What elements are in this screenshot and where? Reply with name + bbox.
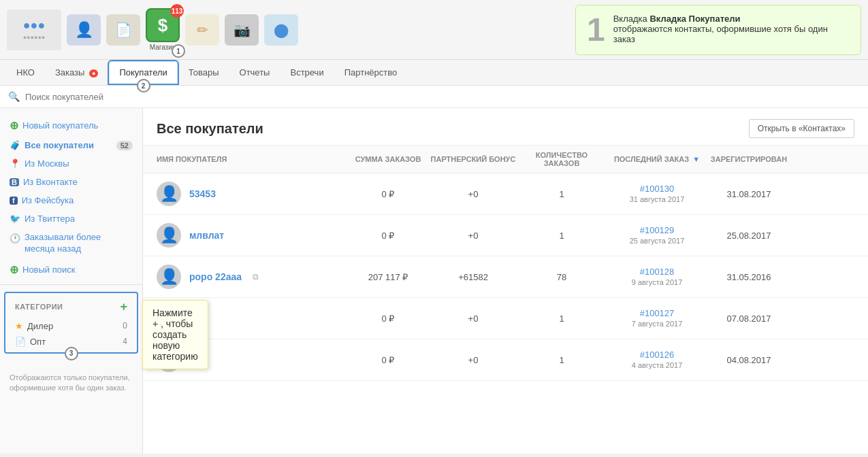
- new-search-item[interactable]: ⊕ Новый поиск: [0, 259, 142, 280]
- table-row: 👤 млвлат 0 ₽ +0 1 #100129 25 августа 201…: [143, 215, 868, 256]
- nav-item-goods[interactable]: Товары: [179, 62, 229, 83]
- main-layout: ⊕ Новый покупатель 🧳 Все покупатели 52 📍…: [0, 108, 868, 454]
- new-search-icon: ⊕: [10, 263, 18, 276]
- order-count: 1: [517, 314, 606, 324]
- order-sum: 0 ₽: [347, 355, 429, 365]
- reg-date: 31.05.2016: [708, 272, 790, 282]
- help-box: 1 Вкладка Вкладка Покупатели отображаютс…: [575, 5, 861, 55]
- all-buyers-count: 52: [116, 141, 133, 150]
- search-bar: 🔍: [0, 86, 868, 108]
- open-contacts-btn[interactable]: Открыть в «Контактах»: [749, 119, 854, 138]
- order-count: 1: [517, 355, 606, 365]
- order-date: 4 августа 2017: [632, 361, 683, 369]
- partner-bonus: +0: [429, 314, 517, 324]
- nav-item-partnership[interactable]: Партнёрство: [335, 62, 407, 83]
- sidebar-footer: Отображаются только покупатели, оформивш…: [0, 367, 142, 399]
- order-count: 1: [517, 189, 606, 199]
- vk-icon: В: [10, 178, 19, 186]
- order-sum: 207 117 ₽: [347, 272, 429, 282]
- customer-name-cell: 👤 млвлат: [157, 223, 347, 248]
- table-row: 👤 popo 22aaa ⧉ 207 117 ₽ +61582 78 #1001…: [143, 256, 868, 298]
- last-order: #100126 4 августа 2017: [606, 350, 708, 370]
- table-row: 👤 sdf 0 ₽ +0 1 #100126 4 августа 2017 04…: [143, 339, 868, 381]
- from-fb-item[interactable]: f Из Фейсбука: [0, 191, 142, 209]
- tooltip: Нажмите + , чтобы создать новую категори…: [142, 300, 208, 369]
- last-order: #100128 9 августа 2017: [606, 267, 708, 287]
- order-link[interactable]: #100128: [606, 267, 708, 277]
- old-orders-item[interactable]: 🕐 Заказывали более месяца назад: [0, 228, 142, 259]
- avatar: 👤: [157, 265, 181, 289]
- order-sum: 0 ₽: [347, 231, 429, 241]
- copy-icon[interactable]: ⧉: [253, 272, 259, 282]
- customer-name-link[interactable]: 53453: [189, 188, 216, 199]
- tooltip-container: Нажмите + , чтобы создать новую категори…: [142, 300, 208, 369]
- categories-section: КАТЕГОРИИ + ★ Дилер 0 📄 Опт 4 Нажмите + …: [4, 292, 138, 354]
- customer-name-cell: 👤 53453: [157, 182, 347, 206]
- order-link[interactable]: #100127: [606, 308, 708, 318]
- documents-icon-btn[interactable]: 📄: [106, 14, 140, 46]
- search-input[interactable]: [25, 92, 860, 102]
- from-vk-item[interactable]: В Из Вконтакте: [0, 173, 142, 191]
- order-date: 31 августа 2017: [630, 195, 685, 203]
- nav-item-meetings[interactable]: Встречи: [280, 62, 333, 83]
- star-icon: ★: [15, 321, 23, 331]
- col-bonus: ПАРТНЕРСКИЙ БОНУС: [429, 155, 517, 163]
- camera-icon-btn[interactable]: 📷: [225, 14, 259, 46]
- reg-date: 25.08.2017: [708, 231, 790, 241]
- col-reg: ЗАРЕГИСТРИРОВАН: [708, 155, 790, 163]
- customer-name-link[interactable]: млвлат: [189, 230, 224, 241]
- shop-icon-btn[interactable]: $ 113 Магазин 1: [146, 8, 180, 51]
- nav-item-nko[interactable]: НКО: [7, 62, 44, 83]
- categories-header: КАТЕГОРИИ +: [5, 296, 137, 318]
- contacts-icon-btn[interactable]: 👤: [67, 14, 101, 46]
- order-date: 25 августа 2017: [630, 237, 685, 245]
- from-twitter-item[interactable]: 🐦 Из Твиттера: [0, 209, 142, 228]
- sidebar-divider: [0, 284, 142, 285]
- edit-icon-btn[interactable]: ✏: [185, 14, 219, 46]
- shop-badge: 113: [170, 4, 184, 18]
- partner-bonus: +0: [429, 189, 517, 199]
- categories-label: КАТЕГОРИИ: [15, 303, 63, 311]
- order-link[interactable]: #100130: [606, 184, 708, 194]
- help-number: 1: [587, 14, 605, 46]
- col-name: ИМЯ ПОКУПАТЕЛЯ: [157, 155, 347, 163]
- order-link[interactable]: #100126: [606, 350, 708, 360]
- avatar: 👤: [157, 182, 181, 206]
- twitter-icon: 🐦: [10, 214, 20, 224]
- all-buyers-item[interactable]: 🧳 Все покупатели 52: [0, 136, 142, 154]
- briefcase-icon: 🧳: [10, 140, 20, 150]
- customer-name-link[interactable]: popo 22aaa: [189, 271, 242, 282]
- top-bar: ●●● ●●●●●● 👤 📄 $ 113 Магазин 1 ✏ 📷: [0, 0, 868, 60]
- order-link[interactable]: #100129: [606, 225, 708, 235]
- col-sum: СУММА ЗАКАЗОВ: [347, 155, 429, 163]
- last-order: #100129 25 августа 2017: [606, 225, 708, 246]
- order-date: 9 августа 2017: [632, 278, 683, 286]
- col-count: КОЛИЧЕСТВО ЗАКАЗОВ: [517, 151, 606, 167]
- opt-count: 4: [123, 337, 127, 346]
- nav-item-orders[interactable]: Заказы ●: [46, 62, 108, 83]
- nav-item-reports[interactable]: Отчеты: [230, 62, 280, 83]
- col-last: ПОСЛЕДНИЙ ЗАКАЗ ▼: [606, 155, 708, 163]
- logo: ●●● ●●●●●●: [7, 10, 61, 50]
- callout-2: 2: [137, 79, 150, 92]
- orders-badge: ●: [89, 69, 98, 78]
- profile-icon-btn[interactable]: ⬤: [264, 14, 298, 46]
- new-buyer-btn[interactable]: ⊕ Новый покупатель: [0, 115, 142, 136]
- last-order: #100130 31 августа 2017: [606, 184, 708, 204]
- from-moscow-item[interactable]: 📍 Из Москвы: [0, 154, 142, 173]
- category-dealer[interactable]: ★ Дилер 0: [5, 318, 137, 334]
- order-sum: 0 ₽: [347, 314, 429, 324]
- table-header: ИМЯ ПОКУПАТЕЛЯ СУММА ЗАКАЗОВ ПАРТНЕРСКИЙ…: [143, 146, 868, 173]
- content-area: Все покупатели Открыть в «Контактах» ИМЯ…: [143, 108, 868, 454]
- last-order: #100127 7 августа 2017: [606, 308, 708, 328]
- partner-bonus: +0: [429, 355, 517, 365]
- help-desc: отображаются контакты, оформившие хотя б…: [613, 24, 850, 44]
- new-buyer-icon: ⊕: [10, 119, 18, 132]
- sort-arrow-icon: ▼: [692, 155, 700, 163]
- nav-item-buyers[interactable]: Покупатели 2: [109, 61, 177, 84]
- partner-bonus: +61582: [429, 272, 517, 282]
- categories-add-btn[interactable]: +: [120, 300, 127, 314]
- dealer-count: 0: [123, 321, 127, 331]
- order-date: 7 августа 2017: [632, 320, 683, 328]
- clock-icon: 🕐: [10, 233, 20, 243]
